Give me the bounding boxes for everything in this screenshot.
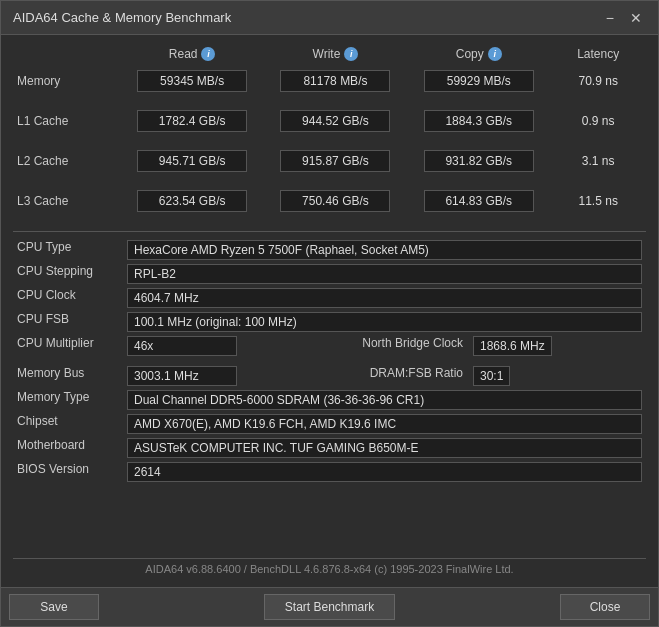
dram-fsb-value-cell: 30:1: [469, 364, 646, 388]
copy-info-icon[interactable]: i: [488, 47, 502, 61]
cpu-fsb-row: CPU FSB 100.1 MHz (original: 100 MHz): [13, 310, 646, 334]
cpu-multiplier-label: CPU Multiplier: [13, 334, 123, 358]
bench-latency-3: 11.5 ns: [550, 185, 646, 217]
footer-text: AIDA64 v6.88.6400 / BenchDLL 4.6.876.8-x…: [13, 558, 646, 579]
bench-row-2: L2 Cache 945.71 GB/s 915.87 GB/s 931.82 …: [13, 145, 646, 177]
bench-label-1: L1 Cache: [13, 105, 120, 137]
cpu-fsb-value: 100.1 MHz (original: 100 MHz): [127, 312, 642, 332]
bios-label: BIOS Version: [13, 460, 123, 484]
north-bridge-clock-value-cell: 1868.6 MHz: [469, 334, 646, 358]
chipset-value-cell: AMD X670(E), AMD K19.6 FCH, AMD K19.6 IM…: [123, 412, 646, 436]
bench-write-0: 81178 MB/s: [264, 65, 407, 97]
dram-fsb-label: DRAM:FSB Ratio: [243, 364, 469, 388]
memory-type-row: Memory Type Dual Channel DDR5-6000 SDRAM…: [13, 388, 646, 412]
cpu-stepping-row: CPU Stepping RPL-B2: [13, 262, 646, 286]
cpu-clock-label: CPU Clock: [13, 286, 123, 310]
copy-header: Copy: [456, 47, 484, 61]
cpu-clock-row: CPU Clock 4604.7 MHz: [13, 286, 646, 310]
cpu-stepping-value: RPL-B2: [127, 264, 642, 284]
read-info-icon[interactable]: i: [201, 47, 215, 61]
memory-bus-value: 3003.1 MHz: [127, 366, 237, 386]
chipset-value: AMD X670(E), AMD K19.6 FCH, AMD K19.6 IM…: [127, 414, 642, 434]
bench-read-3: 623.54 GB/s: [120, 185, 263, 217]
latency-header: Latency: [577, 47, 619, 61]
start-benchmark-button[interactable]: Start Benchmark: [264, 594, 395, 620]
bench-write-1: 944.52 GB/s: [264, 105, 407, 137]
bench-row-0: Memory 59345 MB/s 81178 MB/s 59929 MB/s …: [13, 65, 646, 97]
motherboard-row: Motherboard ASUSTeK COMPUTER INC. TUF GA…: [13, 436, 646, 460]
cpu-fsb-label: CPU FSB: [13, 310, 123, 334]
bench-read-1: 1782.4 GB/s: [120, 105, 263, 137]
bench-latency-2: 3.1 ns: [550, 145, 646, 177]
bios-value-cell: 2614: [123, 460, 646, 484]
read-header: Read: [169, 47, 198, 61]
bench-copy-2: 931.82 GB/s: [407, 145, 550, 177]
bench-latency-0: 70.9 ns: [550, 65, 646, 97]
cpu-clock-value: 4604.7 MHz: [127, 288, 642, 308]
bench-label-0: Memory: [13, 65, 120, 97]
main-window: AIDA64 Cache & Memory Benchmark − ✕ Read…: [0, 0, 659, 627]
sysinfo-table: CPU Type HexaCore AMD Ryzen 5 7500F (Rap…: [13, 238, 646, 484]
cpu-multiplier-value: 46x: [127, 336, 237, 356]
close-button[interactable]: ✕: [626, 11, 646, 25]
memory-bus-value-cell: 3003.1 MHz: [123, 364, 243, 388]
memory-type-label: Memory Type: [13, 388, 123, 412]
spacer-row-1: [13, 137, 646, 145]
write-header: Write: [313, 47, 341, 61]
cpu-stepping-label: CPU Stepping: [13, 262, 123, 286]
bios-row: BIOS Version 2614: [13, 460, 646, 484]
spacer-row-2: [13, 177, 646, 185]
motherboard-label: Motherboard: [13, 436, 123, 460]
bios-value: 2614: [127, 462, 642, 482]
cpu-type-row: CPU Type HexaCore AMD Ryzen 5 7500F (Rap…: [13, 238, 646, 262]
dram-fsb-value: 30:1: [473, 366, 510, 386]
window-title: AIDA64 Cache & Memory Benchmark: [13, 10, 231, 25]
chipset-label: Chipset: [13, 412, 123, 436]
memory-type-value-cell: Dual Channel DDR5-6000 SDRAM (36-36-36-9…: [123, 388, 646, 412]
cpu-fsb-value-cell: 100.1 MHz (original: 100 MHz): [123, 310, 646, 334]
bench-write-3: 750.46 GB/s: [264, 185, 407, 217]
bench-read-2: 945.71 GB/s: [120, 145, 263, 177]
bench-label-2: L2 Cache: [13, 145, 120, 177]
cpu-clock-value-cell: 4604.7 MHz: [123, 286, 646, 310]
window-controls: − ✕: [602, 11, 646, 25]
cpu-multiplier-row: CPU Multiplier 46x North Bridge Clock 18…: [13, 334, 646, 358]
bench-label-3: L3 Cache: [13, 185, 120, 217]
cpu-type-value: HexaCore AMD Ryzen 5 7500F (Raphael, Soc…: [127, 240, 642, 260]
spacer-row-0: [13, 97, 646, 105]
bench-copy-3: 614.83 GB/s: [407, 185, 550, 217]
motherboard-value: ASUSTeK COMPUTER INC. TUF GAMING B650M-E: [127, 438, 642, 458]
bench-write-2: 915.87 GB/s: [264, 145, 407, 177]
bench-read-0: 59345 MB/s: [120, 65, 263, 97]
close-button-bar[interactable]: Close: [560, 594, 650, 620]
bench-copy-1: 1884.3 GB/s: [407, 105, 550, 137]
cpu-stepping-value-cell: RPL-B2: [123, 262, 646, 286]
bench-row-1: L1 Cache 1782.4 GB/s 944.52 GB/s 1884.3 …: [13, 105, 646, 137]
north-bridge-clock-value: 1868.6 MHz: [473, 336, 552, 356]
write-info-icon[interactable]: i: [344, 47, 358, 61]
main-content: Read i Write i Copy i: [1, 35, 658, 587]
memory-bus-row: Memory Bus 3003.1 MHz DRAM:FSB Ratio 30:…: [13, 364, 646, 388]
bench-row-3: L3 Cache 623.54 GB/s 750.46 GB/s 614.83 …: [13, 185, 646, 217]
memory-type-value: Dual Channel DDR5-6000 SDRAM (36-36-36-9…: [127, 390, 642, 410]
minimize-button[interactable]: −: [602, 11, 618, 25]
titlebar: AIDA64 Cache & Memory Benchmark − ✕: [1, 1, 658, 35]
chipset-row: Chipset AMD X670(E), AMD K19.6 FCH, AMD …: [13, 412, 646, 436]
cpu-multiplier-value-cell: 46x: [123, 334, 243, 358]
save-button[interactable]: Save: [9, 594, 99, 620]
cpu-type-label: CPU Type: [13, 238, 123, 262]
north-bridge-clock-label: North Bridge Clock: [243, 334, 469, 358]
cpu-type-value-cell: HexaCore AMD Ryzen 5 7500F (Raphael, Soc…: [123, 238, 646, 262]
bench-latency-1: 0.9 ns: [550, 105, 646, 137]
divider-1: [13, 231, 646, 232]
button-bar: Save Start Benchmark Close: [1, 587, 658, 626]
motherboard-value-cell: ASUSTeK COMPUTER INC. TUF GAMING B650M-E: [123, 436, 646, 460]
bench-copy-0: 59929 MB/s: [407, 65, 550, 97]
memory-bus-label: Memory Bus: [13, 364, 123, 388]
benchmark-table: Read i Write i Copy i: [13, 43, 646, 217]
